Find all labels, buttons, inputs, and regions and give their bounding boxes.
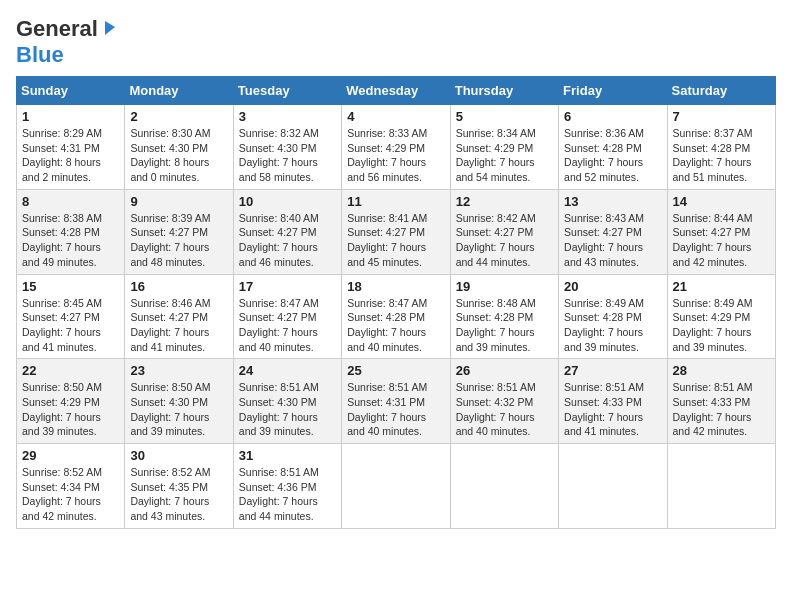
day-number: 27 [564,363,661,378]
svg-marker-0 [105,21,115,35]
calendar-week-row: 15Sunrise: 8:45 AMSunset: 4:27 PMDayligh… [17,274,776,359]
day-info: Sunrise: 8:44 AMSunset: 4:27 PMDaylight:… [673,211,770,270]
day-number: 13 [564,194,661,209]
day-number: 30 [130,448,227,463]
empty-cell [450,444,558,529]
calendar-day-cell: 10Sunrise: 8:40 AMSunset: 4:27 PMDayligh… [233,189,341,274]
calendar-day-cell: 2Sunrise: 8:30 AMSunset: 4:30 PMDaylight… [125,105,233,190]
calendar-day-cell: 31Sunrise: 8:51 AMSunset: 4:36 PMDayligh… [233,444,341,529]
calendar-day-cell: 8Sunrise: 8:38 AMSunset: 4:28 PMDaylight… [17,189,125,274]
calendar-day-cell: 28Sunrise: 8:51 AMSunset: 4:33 PMDayligh… [667,359,775,444]
day-info: Sunrise: 8:43 AMSunset: 4:27 PMDaylight:… [564,211,661,270]
day-info: Sunrise: 8:51 AMSunset: 4:31 PMDaylight:… [347,380,444,439]
calendar-day-cell: 24Sunrise: 8:51 AMSunset: 4:30 PMDayligh… [233,359,341,444]
column-header-monday: Monday [125,77,233,105]
calendar-header-row: SundayMondayTuesdayWednesdayThursdayFrid… [17,77,776,105]
day-info: Sunrise: 8:48 AMSunset: 4:28 PMDaylight:… [456,296,553,355]
calendar-day-cell: 16Sunrise: 8:46 AMSunset: 4:27 PMDayligh… [125,274,233,359]
day-info: Sunrise: 8:29 AMSunset: 4:31 PMDaylight:… [22,126,119,185]
calendar-week-row: 1Sunrise: 8:29 AMSunset: 4:31 PMDaylight… [17,105,776,190]
day-info: Sunrise: 8:51 AMSunset: 4:33 PMDaylight:… [564,380,661,439]
day-number: 23 [130,363,227,378]
day-number: 3 [239,109,336,124]
day-info: Sunrise: 8:33 AMSunset: 4:29 PMDaylight:… [347,126,444,185]
column-header-friday: Friday [559,77,667,105]
day-info: Sunrise: 8:42 AMSunset: 4:27 PMDaylight:… [456,211,553,270]
day-number: 7 [673,109,770,124]
empty-cell [559,444,667,529]
calendar-day-cell: 12Sunrise: 8:42 AMSunset: 4:27 PMDayligh… [450,189,558,274]
day-number: 25 [347,363,444,378]
day-info: Sunrise: 8:49 AMSunset: 4:29 PMDaylight:… [673,296,770,355]
day-number: 21 [673,279,770,294]
calendar-week-row: 22Sunrise: 8:50 AMSunset: 4:29 PMDayligh… [17,359,776,444]
day-number: 11 [347,194,444,209]
calendar-day-cell: 18Sunrise: 8:47 AMSunset: 4:28 PMDayligh… [342,274,450,359]
calendar-day-cell: 17Sunrise: 8:47 AMSunset: 4:27 PMDayligh… [233,274,341,359]
calendar-day-cell: 27Sunrise: 8:51 AMSunset: 4:33 PMDayligh… [559,359,667,444]
column-header-wednesday: Wednesday [342,77,450,105]
calendar-day-cell: 13Sunrise: 8:43 AMSunset: 4:27 PMDayligh… [559,189,667,274]
column-header-saturday: Saturday [667,77,775,105]
day-info: Sunrise: 8:39 AMSunset: 4:27 PMDaylight:… [130,211,227,270]
day-info: Sunrise: 8:51 AMSunset: 4:30 PMDaylight:… [239,380,336,439]
day-number: 28 [673,363,770,378]
day-info: Sunrise: 8:52 AMSunset: 4:35 PMDaylight:… [130,465,227,524]
day-info: Sunrise: 8:40 AMSunset: 4:27 PMDaylight:… [239,211,336,270]
calendar-day-cell: 25Sunrise: 8:51 AMSunset: 4:31 PMDayligh… [342,359,450,444]
logo-arrow-icon [101,19,119,41]
column-header-sunday: Sunday [17,77,125,105]
day-number: 4 [347,109,444,124]
day-number: 17 [239,279,336,294]
logo: General Blue [16,16,119,68]
calendar-day-cell: 30Sunrise: 8:52 AMSunset: 4:35 PMDayligh… [125,444,233,529]
day-number: 24 [239,363,336,378]
calendar-day-cell: 14Sunrise: 8:44 AMSunset: 4:27 PMDayligh… [667,189,775,274]
day-info: Sunrise: 8:47 AMSunset: 4:28 PMDaylight:… [347,296,444,355]
day-number: 6 [564,109,661,124]
empty-cell [342,444,450,529]
page-header: General Blue [16,16,776,68]
calendar-table: SundayMondayTuesdayWednesdayThursdayFrid… [16,76,776,529]
day-number: 20 [564,279,661,294]
day-number: 31 [239,448,336,463]
calendar-day-cell: 3Sunrise: 8:32 AMSunset: 4:30 PMDaylight… [233,105,341,190]
day-info: Sunrise: 8:50 AMSunset: 4:29 PMDaylight:… [22,380,119,439]
day-info: Sunrise: 8:37 AMSunset: 4:28 PMDaylight:… [673,126,770,185]
day-number: 12 [456,194,553,209]
day-number: 9 [130,194,227,209]
day-number: 18 [347,279,444,294]
calendar-day-cell: 11Sunrise: 8:41 AMSunset: 4:27 PMDayligh… [342,189,450,274]
day-info: Sunrise: 8:52 AMSunset: 4:34 PMDaylight:… [22,465,119,524]
calendar-day-cell: 9Sunrise: 8:39 AMSunset: 4:27 PMDaylight… [125,189,233,274]
day-info: Sunrise: 8:30 AMSunset: 4:30 PMDaylight:… [130,126,227,185]
column-header-tuesday: Tuesday [233,77,341,105]
day-number: 2 [130,109,227,124]
calendar-week-row: 29Sunrise: 8:52 AMSunset: 4:34 PMDayligh… [17,444,776,529]
day-number: 19 [456,279,553,294]
day-number: 16 [130,279,227,294]
day-info: Sunrise: 8:38 AMSunset: 4:28 PMDaylight:… [22,211,119,270]
day-info: Sunrise: 8:50 AMSunset: 4:30 PMDaylight:… [130,380,227,439]
day-number: 29 [22,448,119,463]
column-header-thursday: Thursday [450,77,558,105]
calendar-day-cell: 21Sunrise: 8:49 AMSunset: 4:29 PMDayligh… [667,274,775,359]
calendar-day-cell: 26Sunrise: 8:51 AMSunset: 4:32 PMDayligh… [450,359,558,444]
day-info: Sunrise: 8:41 AMSunset: 4:27 PMDaylight:… [347,211,444,270]
day-info: Sunrise: 8:46 AMSunset: 4:27 PMDaylight:… [130,296,227,355]
day-number: 15 [22,279,119,294]
day-info: Sunrise: 8:51 AMSunset: 4:32 PMDaylight:… [456,380,553,439]
calendar-day-cell: 23Sunrise: 8:50 AMSunset: 4:30 PMDayligh… [125,359,233,444]
calendar-day-cell: 7Sunrise: 8:37 AMSunset: 4:28 PMDaylight… [667,105,775,190]
calendar-day-cell: 22Sunrise: 8:50 AMSunset: 4:29 PMDayligh… [17,359,125,444]
logo-blue: Blue [16,42,64,67]
day-number: 1 [22,109,119,124]
day-number: 8 [22,194,119,209]
day-info: Sunrise: 8:49 AMSunset: 4:28 PMDaylight:… [564,296,661,355]
calendar-week-row: 8Sunrise: 8:38 AMSunset: 4:28 PMDaylight… [17,189,776,274]
day-info: Sunrise: 8:36 AMSunset: 4:28 PMDaylight:… [564,126,661,185]
calendar-day-cell: 15Sunrise: 8:45 AMSunset: 4:27 PMDayligh… [17,274,125,359]
day-info: Sunrise: 8:51 AMSunset: 4:33 PMDaylight:… [673,380,770,439]
day-number: 22 [22,363,119,378]
calendar-day-cell: 1Sunrise: 8:29 AMSunset: 4:31 PMDaylight… [17,105,125,190]
